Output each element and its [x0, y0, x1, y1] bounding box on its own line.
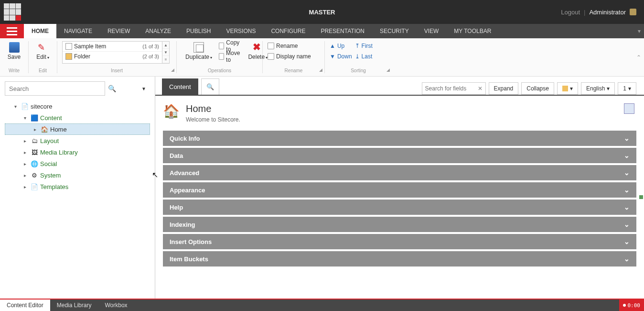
rename-button[interactable]: Rename	[268, 41, 320, 51]
nav-tab-review[interactable]: REVIEW	[100, 24, 138, 38]
ribbon-collapse-caret[interactable]: ⌃	[636, 54, 641, 61]
group-label-sorting: Sorting	[351, 68, 366, 73]
save-button[interactable]: Save	[5, 41, 23, 61]
display-name-button[interactable]: Display name	[268, 52, 320, 61]
recording-timer: 0:00	[619, 300, 644, 311]
nav-tab-publish[interactable]: PUBLISH	[179, 24, 218, 38]
rename-icon	[268, 43, 274, 49]
page-icon	[65, 43, 72, 50]
tree-panel: 🔍 ▼ ▾📄sitecore▾🟦Content▸🏠Home▸🗂Layout▸🖼M…	[0, 77, 155, 299]
nav-tab-my-toolbar[interactable]: MY TOOLBAR	[446, 24, 499, 38]
search-options-caret[interactable]: ▼	[141, 86, 146, 91]
chevron-down-icon: ⌄	[624, 221, 630, 228]
section-item-buckets[interactable]: Item Buckets⌄	[163, 251, 636, 267]
displayname-icon	[268, 53, 274, 60]
nav-tab-analyze[interactable]: ANALYZE	[138, 24, 179, 38]
chevron-down-icon: ⌄	[624, 186, 630, 194]
bottom-bar: Content EditorMedia LibraryWorkbox0:00	[0, 299, 644, 311]
nav-overflow-caret[interactable]: ▾	[634, 24, 644, 38]
bottom-tab-content-editor[interactable]: Content Editor	[0, 300, 50, 311]
database-title: MASTER	[309, 9, 335, 16]
duplicate-button[interactable]: Duplicate▾	[182, 41, 216, 61]
tree-node-sitecore[interactable]: ▾📄sitecore	[5, 100, 150, 112]
chevron-down-icon: ⌄	[624, 152, 630, 159]
tree-node-social[interactable]: ▸🌐Social	[5, 158, 150, 169]
user-avatar-icon[interactable]	[630, 9, 636, 15]
nav-tab-versions[interactable]: VERSIONS	[218, 24, 263, 38]
sort-up-button[interactable]: ▲Up	[330, 41, 352, 51]
save-icon	[9, 42, 20, 53]
group-expand-icon[interactable]: ◢	[319, 67, 322, 72]
nav-tab-home[interactable]: HOME	[24, 24, 56, 38]
logout-link[interactable]: Logout	[561, 9, 580, 16]
tree-search-input[interactable]	[5, 81, 105, 96]
move-to-button[interactable]: Move to	[219, 52, 241, 61]
copy-to-button[interactable]: Copy to	[219, 41, 241, 51]
bottom-tab-media-library[interactable]: Media Library	[50, 300, 98, 311]
sort-last-button[interactable]: ⤓Last	[355, 52, 373, 61]
delete-icon: ✖	[253, 42, 263, 53]
insert-option[interactable]: Folder(2 of 3)	[63, 52, 162, 61]
chevron-down-icon: ⌄	[624, 169, 630, 177]
section-indexing[interactable]: Indexing⌄	[163, 217, 636, 232]
sort-down-button[interactable]: ▼Down	[330, 52, 352, 61]
tree-node-system[interactable]: ▸⚙System	[5, 169, 150, 181]
section-quick-info[interactable]: Quick Info⌄	[163, 131, 636, 146]
section-insert-options[interactable]: Insert Options⌄	[163, 234, 636, 249]
user-name[interactable]: Administrator	[589, 9, 626, 16]
nav-tab-configure[interactable]: CONFIGURE	[263, 24, 313, 38]
hamburger-menu[interactable]	[0, 24, 24, 38]
section-help[interactable]: Help⌄	[163, 200, 636, 215]
tree-node-home[interactable]: ▸🏠Home	[5, 123, 150, 135]
tab-search[interactable]: 🔍	[201, 78, 219, 95]
search-icon[interactable]: 🔍	[108, 85, 116, 92]
group-expand-icon[interactable]: ◢	[171, 67, 174, 72]
ribbon-toolbar: Save Write Edit▾ Edit Sample Item(1 of 3…	[0, 38, 644, 77]
tree-node-templates[interactable]: ▸📄Templates	[5, 181, 150, 192]
expand-button[interactable]: Expand	[489, 82, 519, 95]
profile-badge-icon[interactable]	[624, 103, 634, 114]
insert-options-list[interactable]: Sample Item(1 of 3)Folder(2 of 3)	[62, 41, 162, 64]
nav-tab-presentation[interactable]: PRESENTATION	[313, 24, 372, 38]
section-data[interactable]: Data⌄	[163, 148, 636, 163]
bottom-tab-workbox[interactable]: Workbox	[98, 300, 134, 311]
nav-tab-navigate[interactable]: NAVIGATE	[56, 24, 100, 38]
section-advanced[interactable]: Advanced⌄	[163, 165, 636, 180]
language-button[interactable]: English▾	[581, 82, 615, 95]
tab-content[interactable]: Content	[162, 78, 198, 95]
field-search-input[interactable]	[422, 83, 475, 94]
chevron-down-icon: ⌄	[624, 203, 630, 211]
main-nav: HOMENAVIGATEREVIEWANALYZEPUBLISHVERSIONS…	[0, 24, 644, 38]
collapse-button[interactable]: Collapse	[521, 82, 554, 95]
clear-search-icon[interactable]: ✕	[475, 85, 485, 92]
section-appearance[interactable]: Appearance⌄	[163, 182, 636, 198]
tree-node-media-library[interactable]: ▸🖼Media Library	[5, 146, 150, 158]
version-button[interactable]: 1▾	[618, 82, 636, 95]
down-arrow-icon: ▼	[330, 53, 335, 60]
view-options-button[interactable]: ▾	[557, 82, 578, 95]
insert-scroll-arrows[interactable]: ▲▼≡	[162, 41, 170, 64]
insert-option[interactable]: Sample Item(1 of 3)	[63, 42, 162, 52]
page-icon	[219, 43, 224, 49]
chevron-down-icon: ⌄	[624, 238, 630, 245]
sort-first-button[interactable]: ⤒First	[355, 41, 373, 51]
group-expand-icon[interactable]: ◢	[386, 67, 390, 72]
group-label-write: Write	[9, 68, 20, 73]
view-icon	[562, 86, 568, 91]
tree-node-layout[interactable]: ▸🗂Layout	[5, 135, 150, 146]
edit-button[interactable]: Edit▾	[33, 41, 52, 61]
nav-tab-view[interactable]: VIEW	[417, 24, 447, 38]
group-label-operations: Operations	[208, 68, 231, 73]
first-icon: ⤒	[355, 43, 360, 49]
item-title: Home	[186, 103, 240, 114]
last-icon: ⤓	[355, 53, 360, 60]
tree-node-content[interactable]: ▾🟦Content	[5, 112, 150, 123]
search-icon: 🔍	[206, 83, 214, 90]
app-logo[interactable]	[4, 3, 21, 21]
top-bar: MASTER Logout | Administrator	[0, 0, 644, 24]
nav-tab-security[interactable]: SECURITY	[372, 24, 417, 38]
separator: |	[584, 9, 585, 16]
editor-panel: Content 🔍 ✕ Expand Collapse ▾ English▾ 1…	[155, 77, 644, 299]
duplicate-icon	[193, 42, 204, 53]
chevron-down-icon: ⌄	[624, 134, 630, 142]
